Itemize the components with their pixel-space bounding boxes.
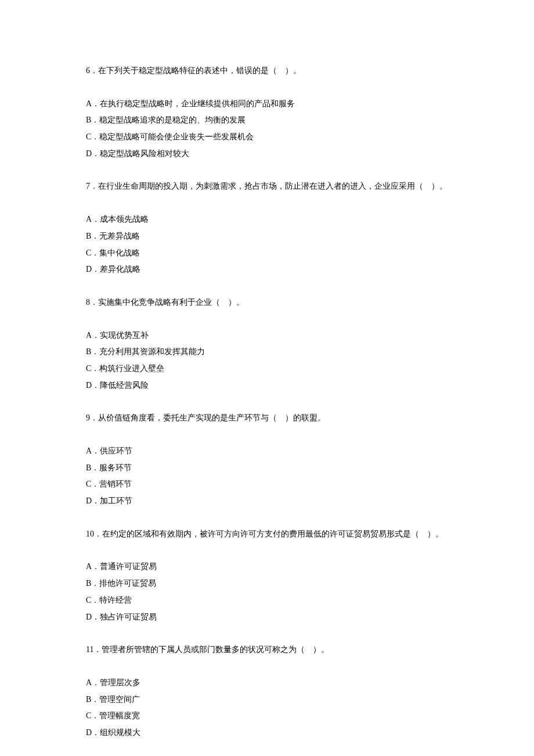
option-c: C．管理幅度宽 [70,708,464,725]
question-block: 9．从价值链角度看，委托生产实现的是生产环节与（ ）的联盟。 A．供应环节 B．… [70,410,464,509]
option-a: A．普通许可证贸易 [70,559,464,575]
options-list: A．普通许可证贸易 B．排他许可证贸易 C．特许经营 D．独占许可证贸易 [70,559,464,625]
question-block: 7．在行业生命周期的投入期，为刺激需求，抢占市场，防止潜在进入者的进入，企业应采… [70,178,464,278]
option-d: D．组织规模大 [70,725,464,741]
question-block: 10．在约定的区域和有效期内，被许可方向许可方支付的费用最低的许可证贸易贸易形式… [70,526,464,625]
question-stem: 7．在行业生命周期的投入期，为刺激需求，抢占市场，防止潜在进入者的进入，企业应采… [70,178,464,195]
question-block: 8．实施集中化竞争战略有利于企业（ ）。 A．实现优势互补 B．充分利用其资源和… [70,294,464,394]
option-b: B．充分利用其资源和发挥其能力 [70,344,464,361]
option-b: B．无差异战略 [70,228,464,245]
question-stem: 8．实施集中化竞争战略有利于企业（ ）。 [70,294,464,311]
option-a: A．实现优势互补 [70,327,464,344]
option-d: D．独占许可证贸易 [70,609,464,626]
options-list: A．实现优势互补 B．充分利用其资源和发挥其能力 C．构筑行业进入壁垒 D．降低… [70,327,464,394]
option-b: B．服务环节 [70,460,464,477]
question-stem: 10．在约定的区域和有效期内，被许可方向许可方支付的费用最低的许可证贸易贸易形式… [70,526,464,543]
question-block: 6．在下列关于稳定型战略特征的表述中，错误的是（ ）。 A．在执行稳定型战略时，… [70,63,464,162]
question-stem: 11．管理者所管辖的下属人员或部门数量多的状况可称之为（ ）。 [70,642,464,658]
options-list: A．成本领先战略 B．无差异战略 C．集中化战略 D．差异化战略 [70,211,464,278]
option-d: D．差异化战略 [70,261,464,278]
option-a: A．管理层次多 [70,675,464,692]
option-d: D．降低经营风险 [70,377,464,394]
option-c: C．集中化战略 [70,245,464,262]
option-c: C．稳定型战略可能会使企业丧失一些发展机会 [70,129,464,146]
question-block: 11．管理者所管辖的下属人员或部门数量多的状况可称之为（ ）。 A．管理层次多 … [70,642,464,741]
option-d: D．稳定型战略风险相对较大 [70,146,464,163]
option-c: C．营销环节 [70,476,464,493]
option-d: D．加工环节 [70,493,464,510]
question-stem: 9．从价值链角度看，委托生产实现的是生产环节与（ ）的联盟。 [70,410,464,427]
options-list: A．供应环节 B．服务环节 C．营销环节 D．加工环节 [70,443,464,510]
option-a: A．供应环节 [70,443,464,460]
option-a: A．成本领先战略 [70,211,464,228]
option-b: B．排他许可证贸易 [70,575,464,592]
exam-page: 6．在下列关于稳定型战略特征的表述中，错误的是（ ）。 A．在执行稳定型战略时，… [0,0,534,756]
option-b: B．稳定型战略追求的是稳定的、均衡的发展 [70,112,464,129]
option-c: C．构筑行业进入壁垒 [70,361,464,377]
option-a: A．在执行稳定型战略时，企业继续提供相同的产品和服务 [70,96,464,113]
options-list: A．管理层次多 B．管理空间广 C．管理幅度宽 D．组织规模大 [70,675,464,741]
options-list: A．在执行稳定型战略时，企业继续提供相同的产品和服务 B．稳定型战略追求的是稳定… [70,96,464,163]
question-stem: 6．在下列关于稳定型战略特征的表述中，错误的是（ ）。 [70,63,464,80]
option-c: C．特许经营 [70,592,464,609]
option-b: B．管理空间广 [70,692,464,708]
